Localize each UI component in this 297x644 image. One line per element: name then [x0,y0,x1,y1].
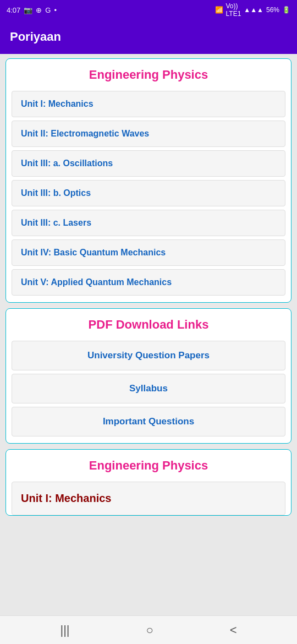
app-bar: Poriyaan [0,20,297,54]
university-question-papers-button[interactable]: University Question Papers [12,341,285,370]
unit-1-button[interactable]: Unit I: Mechanics [12,91,285,117]
bottom-engineering-physics-card: Engineering Physics Unit I: Mechanics [6,449,292,516]
status-time: 4:07 [7,6,20,14]
status-whatsapp-icon: ⊕ [36,6,42,14]
nav-back-button[interactable]: < [230,623,237,637]
status-dot: • [54,6,57,14]
unit-2-button[interactable]: Unit II: Electromagnetic Waves [12,121,285,147]
status-bar: 4:07 📷 ⊕ G • 📶 Vo))LTE1 ▲▲▲ 56% 🔋 [0,0,297,20]
battery-icon: 🔋 [282,6,290,14]
status-g-icon: G [45,6,51,14]
status-camera-icon: 📷 [24,6,32,14]
unit-3b-button[interactable]: Unit III: b. Optics [12,180,285,206]
syllabus-button[interactable]: Syllabus [12,374,285,403]
navigation-bar: ||| ○ < [0,615,297,644]
status-bar-left: 4:07 📷 ⊕ G • [7,6,57,14]
battery-text: 56% [266,6,279,14]
signal-bars: ▲▲▲ [244,6,263,14]
pdf-download-card: PDF Download Links University Question P… [6,308,292,444]
unit-5-button[interactable]: Unit V: Applied Quantum Mechanics [12,269,285,296]
bottom-ep-title: Engineering Physics [12,456,285,475]
important-questions-button[interactable]: Important Questions [12,407,285,436]
bottom-unit-1-button[interactable]: Unit I: Mechanics [12,482,285,515]
signal-text: Vo))LTE1 [226,2,241,18]
unit-3c-button[interactable]: Unit III: c. Lasers [12,210,285,236]
scroll-content: Engineering Physics Unit I: Mechanics Un… [0,54,297,615]
app-title: Poriyaan [10,30,61,44]
nav-recent-button[interactable]: ||| [60,623,69,637]
wifi-icon: 📶 [215,6,223,14]
engineering-physics-title: Engineering Physics [12,66,285,84]
unit-3a-button[interactable]: Unit III: a. Oscillations [12,150,285,177]
pdf-download-title: PDF Download Links [12,315,285,334]
engineering-physics-card: Engineering Physics Unit I: Mechanics Un… [6,58,292,303]
nav-home-button[interactable]: ○ [146,623,153,637]
unit-4-button[interactable]: Unit IV: Basic Quantum Mechanics [12,239,285,266]
status-bar-right: 📶 Vo))LTE1 ▲▲▲ 56% 🔋 [215,2,290,18]
